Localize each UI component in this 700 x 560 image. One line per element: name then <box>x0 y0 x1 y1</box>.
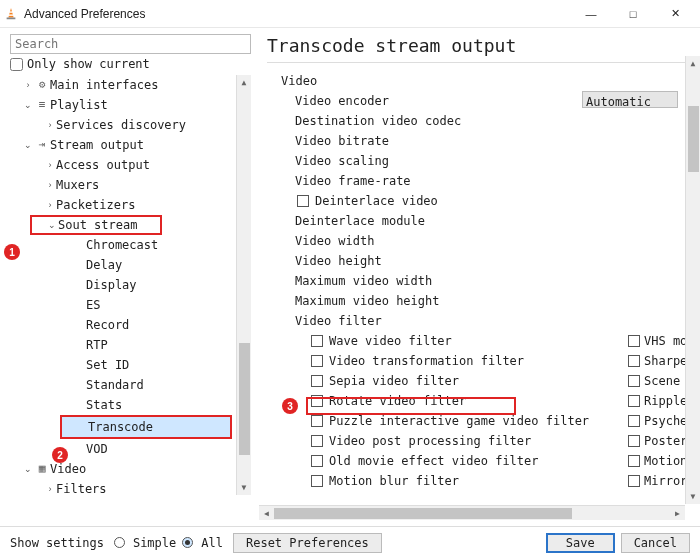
tree-standard[interactable]: Standard <box>10 375 251 395</box>
tree-transcode-highlight: Transcode <box>60 415 232 439</box>
only-show-current-checkbox[interactable] <box>10 58 23 71</box>
tree-delay[interactable]: Delay <box>10 255 251 275</box>
scroll-up-icon[interactable]: ▲ <box>686 56 700 71</box>
deinterlace-checkbox[interactable] <box>297 195 309 207</box>
separator <box>267 62 698 63</box>
maximize-button[interactable]: □ <box>612 0 654 28</box>
reset-button[interactable]: Reset Preferences <box>233 533 382 553</box>
pref-tree[interactable]: ›⚙Main interfaces ⌄≡Playlist ›Services d… <box>10 75 251 495</box>
window-title: Advanced Preferences <box>24 7 145 21</box>
scaling-row: Video scaling <box>281 151 698 171</box>
radio-all[interactable] <box>182 537 193 548</box>
tree-chromecast[interactable]: Chromecast <box>10 235 251 255</box>
footer: Show settings Simple All Reset Preferenc… <box>0 526 700 558</box>
page-title: Transcode stream output <box>267 35 698 56</box>
only-show-current-label: Only show current <box>27 57 150 71</box>
maxwidth-row: Maximum video width <box>281 271 698 291</box>
minimize-button[interactable]: — <box>570 0 612 28</box>
maxheight-row: Maximum video height <box>281 291 698 311</box>
search-input[interactable] <box>10 34 251 54</box>
radio-simple[interactable] <box>114 537 125 548</box>
right-panel: Transcode stream output Video Video enco… <box>257 28 700 526</box>
framerate-row: Video frame-rate <box>281 171 698 191</box>
filter-checkbox-r[interactable] <box>628 355 640 367</box>
tree-vod[interactable]: VOD <box>10 439 251 459</box>
tree-sout-stream[interactable]: ⌄Sout stream <box>30 215 162 235</box>
filter-checkbox-r[interactable] <box>628 375 640 387</box>
deinterlace-mod-row: Deinterlace module <box>281 211 698 231</box>
filter-checkbox-r[interactable] <box>628 335 640 347</box>
video-encoder-value[interactable]: Automatic <box>582 91 678 108</box>
close-button[interactable]: ✕ <box>654 0 696 28</box>
callout-2: 2 <box>52 447 68 463</box>
radio-all-label: All <box>201 536 223 550</box>
svg-rect-1 <box>7 17 16 19</box>
tree-rtp[interactable]: RTP <box>10 335 251 355</box>
radio-simple-label: Simple <box>133 536 176 550</box>
filter-checkbox-r[interactable] <box>628 435 640 447</box>
filter-checkbox[interactable] <box>311 335 323 347</box>
width-row: Video width <box>281 231 698 251</box>
filter-checkbox[interactable] <box>311 435 323 447</box>
filter-checkbox[interactable] <box>311 415 323 427</box>
tree-packetizers[interactable]: ›Packetizers <box>10 195 251 215</box>
height-row: Video height <box>281 251 698 271</box>
filter-checkbox[interactable] <box>311 355 323 367</box>
svg-rect-3 <box>9 14 14 15</box>
vlc-cone-icon <box>4 7 18 21</box>
tree-playlist[interactable]: ⌄≡Playlist <box>10 95 251 115</box>
scroll-down-icon[interactable]: ▼ <box>237 480 251 495</box>
show-settings-label: Show settings <box>10 536 104 550</box>
callout-1: 1 <box>4 244 20 260</box>
tree-muxers[interactable]: ›Muxers <box>10 175 251 195</box>
tree-access-output[interactable]: ›Access output <box>10 155 251 175</box>
right-vscrollbar[interactable]: ▲ ▼ <box>685 56 700 504</box>
videofilter-header: Video filter <box>281 311 698 331</box>
cancel-button[interactable]: Cancel <box>621 533 690 553</box>
filter-oldmovie[interactable]: Old movie effect video filterMotion <box>281 451 698 471</box>
scroll-right-icon[interactable]: ▶ <box>670 506 685 521</box>
right-hscrollbar[interactable]: ◀ ▶ <box>259 505 685 520</box>
left-panel: Only show current ›⚙Main interfaces ⌄≡Pl… <box>0 28 257 526</box>
video-section-header: Video <box>281 71 698 91</box>
filter-checkbox-r[interactable] <box>628 475 640 487</box>
gear-icon: ⚙ <box>34 75 50 95</box>
save-button[interactable]: Save <box>546 533 615 553</box>
scroll-left-icon[interactable]: ◀ <box>259 506 274 521</box>
filter-checkbox-r[interactable] <box>628 415 640 427</box>
scroll-thumb[interactable] <box>239 343 250 455</box>
tree-setid[interactable]: Set ID <box>10 355 251 375</box>
filter-post[interactable]: Video post processing filterPoster <box>281 431 698 451</box>
filter-transform-highlight <box>306 397 516 415</box>
tree-filters[interactable]: ›Filters <box>10 479 251 495</box>
tree-stream-output[interactable]: ⌄⇥Stream output <box>10 135 251 155</box>
filter-wave[interactable]: Wave video filterVHS mo <box>281 331 698 351</box>
bitrate-row: Video bitrate <box>281 131 698 151</box>
filter-checkbox[interactable] <box>311 375 323 387</box>
filter-sepia[interactable]: Sepia video filterScene <box>281 371 698 391</box>
list-icon: ≡ <box>34 95 50 115</box>
tree-display[interactable]: Display <box>10 275 251 295</box>
tree-transcode[interactable]: Transcode <box>62 417 230 437</box>
tree-scrollbar[interactable]: ▲ ▼ <box>236 75 251 495</box>
window-buttons: — □ ✕ <box>570 0 696 28</box>
filter-motionblur[interactable]: Motion blur filterMirror <box>281 471 698 491</box>
scroll-up-icon[interactable]: ▲ <box>237 75 251 90</box>
tree-services-discovery[interactable]: ›Services discovery <box>10 115 251 135</box>
filter-checkbox-r[interactable] <box>628 395 640 407</box>
filter-checkbox[interactable] <box>311 455 323 467</box>
filter-checkbox-r[interactable] <box>628 455 640 467</box>
deinterlace-row[interactable]: Deinterlace video <box>281 191 698 211</box>
filter-transform[interactable]: Video transformation filterSharpe <box>281 351 698 371</box>
filter-checkbox[interactable] <box>311 475 323 487</box>
svg-rect-2 <box>9 11 13 12</box>
tree-record[interactable]: Record <box>10 315 251 335</box>
tree-video[interactable]: ⌄▦Video <box>10 459 251 479</box>
tree-es[interactable]: ES <box>10 295 251 315</box>
tree-main-interfaces[interactable]: ›⚙Main interfaces <box>10 75 251 95</box>
only-show-current[interactable]: Only show current <box>10 57 251 71</box>
scroll-thumb[interactable] <box>688 106 699 172</box>
scroll-thumb[interactable] <box>274 508 572 519</box>
tree-stats[interactable]: Stats <box>10 395 251 415</box>
scroll-down-icon[interactable]: ▼ <box>686 489 700 504</box>
